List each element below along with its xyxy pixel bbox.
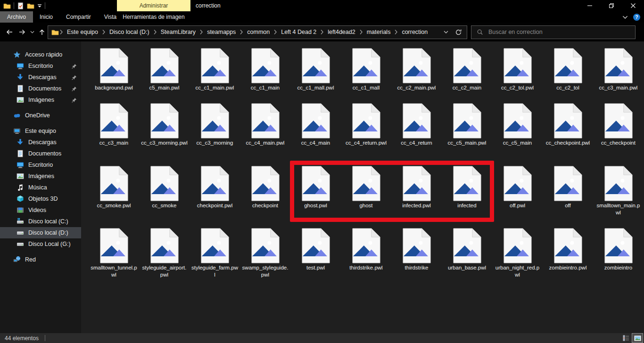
file-name: zombieintro [595, 264, 642, 271]
sidebar-item-disco-local-c[interactable]: Disco local (C:) [0, 216, 81, 227]
breadcrumb-segment-correction[interactable]: correction [398, 29, 431, 35]
sidebar-item-videos[interactable]: Videos [0, 204, 81, 216]
file-item-cc-checkpoint[interactable]: cc_checkpoint [593, 103, 644, 166]
file-item-cc-c4-main[interactable]: cc_c4_main [290, 103, 341, 166]
file-item-cc-c2-main-pwl[interactable]: cc_c2_main.pwl [391, 48, 442, 103]
file-item-test-pwl[interactable]: test.pwl [290, 228, 341, 303]
file-item-thirdstrike-pwl[interactable]: thirdstrike.pwl [341, 228, 391, 303]
breadcrumb-chevron-icon [273, 29, 277, 35]
close-button[interactable] [622, 0, 644, 11]
breadcrumb-segment-left-4-dead-2[interactable]: Left 4 Dead 2 [278, 29, 320, 35]
tab-herramientas-de-imagen[interactable]: Herramientas de imagen [117, 11, 190, 23]
file-item-cc-c1-main-pwl[interactable]: cc_c1_main.pwl [190, 48, 240, 103]
file-item-cc-c2-tol[interactable]: cc_c2_tol [543, 48, 593, 103]
breadcrumb-segment-disco-local-d[interactable]: Disco local (D:) [106, 29, 153, 35]
file-item-cc-c5-main-pwl[interactable]: cc_c5_main.pwl [442, 103, 492, 166]
tab-compartir[interactable]: Compartir [59, 11, 98, 23]
ribbon-right-controls: ? [622, 11, 640, 23]
sidebar-item-documentos[interactable]: Documentos [0, 83, 81, 94]
file-item-off-pwl[interactable]: off.pwl [492, 166, 543, 228]
new-folder-icon[interactable] [27, 3, 34, 9]
tab-inicio[interactable]: Inicio [33, 11, 59, 23]
details-view-button[interactable] [620, 333, 632, 343]
qat-dropdown-icon[interactable] [37, 4, 42, 8]
file-item-cc-c2-main[interactable]: cc_c2_main [442, 48, 492, 103]
sidebar-item-acceso-rapido[interactable]: Acceso rápido [0, 49, 81, 60]
file-item-cc-c3-morning[interactable]: cc_c3_morning [190, 103, 240, 166]
file-item-cc-smoke-pwl[interactable]: cc_smoke.pwl [89, 166, 139, 228]
file-item-cc-checkpoint-pwl[interactable]: cc_checkpoint.pwl [543, 103, 593, 166]
breadcrumb-segment-left4dead2[interactable]: left4dead2 [324, 29, 358, 35]
back-button[interactable] [4, 26, 16, 38]
file-item-c5-main-pwl[interactable]: c5_main.pwl [139, 48, 190, 103]
file-item-ghost[interactable]: ghost [341, 166, 391, 228]
file-item-smalltown-main-pwl[interactable]: smalltown_main.pwl [593, 166, 644, 228]
sidebar-item-escritorio[interactable]: Escritorio [0, 60, 81, 72]
file-item-cc-c3-main-pwl[interactable]: cc_c3_main.pwl [593, 48, 644, 103]
help-button[interactable]: ? [633, 14, 640, 21]
file-item-zombieintro-pwl[interactable]: zombieintro.pwl [543, 228, 593, 303]
address-bar[interactable]: Este equipoDisco local (D:)SteamLibrarys… [48, 25, 467, 39]
statusbar-separator [45, 335, 45, 341]
recent-locations-button[interactable] [29, 26, 36, 38]
tab-archivo[interactable]: Archivo [0, 11, 33, 23]
sidebar-item-objetos-3d[interactable]: Objetos 3D [0, 193, 81, 204]
sidebar-item-descargas[interactable]: Descargas [0, 72, 81, 83]
file-item-swamp-styleguide-pwl[interactable]: swamp_styleguide.pwl [240, 228, 290, 303]
breadcrumb-segment-steamapps[interactable]: steamapps [204, 29, 239, 35]
thumbnails-view-button[interactable] [632, 333, 643, 343]
file-item-cc-c1-mall-pwl[interactable]: cc_c1_mall.pwl [290, 48, 341, 103]
file-item-thirdstrike[interactable]: thirdstrike [391, 228, 442, 303]
file-item-checkpoint[interactable]: checkpoint [240, 166, 290, 228]
file-item-cc-c4-return[interactable]: cc_c4_return [391, 103, 442, 166]
sidebar-item-este-equipo[interactable]: Este equipo [0, 125, 81, 137]
sidebar-item-descargas[interactable]: Descargas [0, 137, 81, 148]
search-input[interactable]: Buscar en correction [488, 29, 543, 35]
file-item-urban-night-red-pwl[interactable]: urban_night_red.pwl [492, 228, 543, 303]
file-item-urban-base-pwl[interactable]: urban_base.pwl [442, 228, 492, 303]
collapse-ribbon-chevron-icon[interactable] [622, 16, 628, 19]
file-item-cc-c4-main-pwl[interactable]: cc_c4_main.pwl [240, 103, 290, 166]
breadcrumb-segment-este-equipo[interactable]: Este equipo [64, 29, 101, 35]
search-box[interactable]: Buscar en correction [471, 25, 636, 39]
file-item-background-pwl[interactable]: background.pwl [89, 48, 139, 103]
file-item-ghost-pwl[interactable]: ghost.pwl [290, 166, 341, 228]
file-item-infected-pwl[interactable]: infected.pwl [391, 166, 442, 228]
file-item-cc-c1-mall[interactable]: cc_c1_mall [341, 48, 391, 103]
sidebar-item-musica[interactable]: Música [0, 182, 81, 193]
sidebar-item-red[interactable]: Red [0, 254, 81, 265]
sidebar-item-imagenes[interactable]: Imágenes [0, 94, 81, 106]
file-item-infected[interactable]: infected [442, 166, 492, 228]
file-item-checkpoint-pwl[interactable]: checkpoint.pwl [190, 166, 240, 228]
forward-button[interactable] [17, 26, 28, 38]
image-file-icon [251, 103, 280, 139]
context-tab-administrar[interactable]: Administrar [117, 0, 190, 11]
refresh-icon[interactable] [455, 29, 462, 36]
restore-button[interactable] [601, 0, 622, 11]
file-item-off[interactable]: off [543, 166, 593, 228]
sidebar-item-disco-local-d[interactable]: Disco local (D:) [0, 227, 81, 238]
file-item-cc-c3-morning-pwl[interactable]: cc_c3_morning.pwl [139, 103, 190, 166]
file-item-styleguide-farm-pwl[interactable]: styleguide_farm.pwl [190, 228, 240, 303]
sidebar-item-escritorio[interactable]: Escritorio [0, 159, 81, 171]
file-item-smalltown-tunnel-pwl[interactable]: smalltown_tunnel.pwl [89, 228, 139, 303]
file-item-zombieintro[interactable]: zombieintro [593, 228, 644, 303]
file-item-styleguide-airport-pwl[interactable]: styleguide_airport.pwl [139, 228, 190, 303]
file-item-cc-smoke[interactable]: cc_smoke [139, 166, 190, 228]
properties-check-icon[interactable] [17, 2, 24, 9]
file-item-cc-c4-return-pwl[interactable]: cc_c4_return.pwl [341, 103, 391, 166]
sidebar-item-imagenes[interactable]: Imágenes [0, 171, 81, 182]
file-item-cc-c3-main[interactable]: cc_c3_main [89, 103, 139, 166]
address-dropdown-icon[interactable] [444, 31, 448, 33]
sidebar-item-documentos[interactable]: Documentos [0, 148, 81, 159]
file-item-cc-c5-main[interactable]: cc_c5_main [492, 103, 543, 166]
file-item-cc-c1-main[interactable]: cc_c1_main [240, 48, 290, 103]
file-item-cc-c2-tol-pwl[interactable]: cc_c2_tol.pwl [492, 48, 543, 103]
sidebar-item-disco-local-g[interactable]: Disco Local (G:) [0, 238, 81, 250]
breadcrumb-segment-materials[interactable]: materials [363, 29, 394, 35]
breadcrumb-segment-common[interactable]: common [244, 29, 273, 35]
up-button[interactable] [37, 26, 48, 38]
breadcrumb-segment-steamlibrary[interactable]: SteamLibrary [157, 29, 199, 35]
sidebar-item-onedrive[interactable]: OneDrive [0, 110, 81, 121]
minimize-button[interactable] [579, 0, 601, 11]
